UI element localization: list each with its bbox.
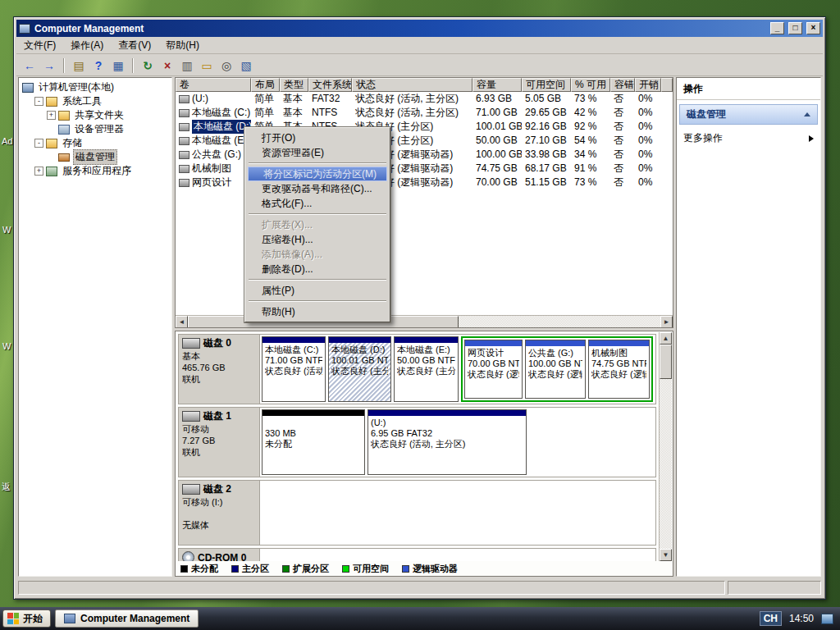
search-icon[interactable]: ◎ xyxy=(217,57,235,74)
context-menu-item-4[interactable]: 更改驱动器号和路径(C)... xyxy=(247,181,388,196)
volume-col-header-1[interactable]: 布局 xyxy=(251,78,280,92)
close-button[interactable]: × xyxy=(806,22,820,34)
context-menu-item-12[interactable]: 属性(P) xyxy=(247,283,388,298)
desktop-icon-label[interactable]: W xyxy=(2,341,11,351)
vertical-scrollbar[interactable]: ▲ ▼ xyxy=(659,332,672,561)
partition-0-1[interactable]: 本地磁盘 (D:)100.01 GB NTFS状态良好 (主分区) xyxy=(328,336,391,402)
disk-label[interactable]: 磁盘 2可移动 (I:) 无媒体 xyxy=(179,481,260,545)
context-menu-item-5[interactable]: 格式化(F)... xyxy=(247,196,388,211)
disk-label[interactable]: 磁盘 0基本465.76 GB联机 xyxy=(179,335,260,404)
volume-col-header-2[interactable]: 类型 xyxy=(280,78,308,92)
open-folder-icon[interactable]: ▭ xyxy=(198,57,216,74)
partition-area xyxy=(260,549,655,561)
volume-col-header-7[interactable]: % 可用 xyxy=(571,78,610,92)
menu-item-3[interactable]: 帮助(H) xyxy=(158,37,207,54)
context-menu-item-14[interactable]: 帮助(H) xyxy=(247,304,388,319)
console-window-icon[interactable]: ▦ xyxy=(109,57,127,74)
partition-stripe xyxy=(465,340,522,346)
back-icon[interactable]: ← xyxy=(21,57,39,74)
partition-0-2[interactable]: 本地磁盘 (E:)50.00 GB NTFS状态良好 (主分区) xyxy=(394,336,459,402)
scroll-left-icon[interactable]: ◄ xyxy=(176,316,188,328)
disk-management-section-header[interactable]: 磁盘管理 xyxy=(679,104,818,125)
partition-lines: 本地磁盘 (E:)50.00 GB NTFS状态良好 (主分区) xyxy=(395,343,458,401)
help-icon[interactable]: ? xyxy=(89,57,107,74)
disk-viewport: 磁盘 0基本465.76 GB联机本地磁盘 (C:)71.00 GB NTFS状… xyxy=(176,332,658,561)
tree-item-5[interactable]: 磁盘管理 xyxy=(19,150,171,164)
volume-cell: 68.17 GB xyxy=(522,162,571,176)
partition-lines: 本地磁盘 (C:)71.00 GB NTFS状态良好 (活动, 主分区) xyxy=(262,343,325,401)
scroll-down-icon[interactable]: ▼ xyxy=(660,549,672,561)
volume-row-1[interactable]: 本地磁盘 (C:)简单基本NTFS状态良好 (活动, 主分区)71.00 GB2… xyxy=(176,106,673,120)
context-menu-item-9[interactable]: 添加镜像(A)... xyxy=(247,247,388,262)
clock[interactable]: 14:50 xyxy=(789,613,814,624)
context-menu-item-1[interactable]: 资源管理器(E) xyxy=(247,145,388,160)
tree-item-6[interactable]: +服务和应用程序 xyxy=(19,164,171,178)
volume-col-header-6[interactable]: 可用空间 xyxy=(522,78,571,92)
context-menu-item-8[interactable]: 压缩卷(H)... xyxy=(247,232,388,247)
volume-icon xyxy=(179,151,189,159)
volume-col-header-3[interactable]: 文件系统 xyxy=(308,78,352,92)
maximize-button[interactable]: □ xyxy=(788,22,802,34)
menu-item-0[interactable]: 文件(F) xyxy=(16,37,63,54)
language-indicator[interactable]: CH xyxy=(760,611,782,626)
hscrollbar-track[interactable] xyxy=(459,316,660,327)
disk-label[interactable]: 磁盘 1可移动7.27 GB联机 xyxy=(179,408,260,477)
volume-col-header-5[interactable]: 容量 xyxy=(472,78,522,92)
desktop-icon-label[interactable]: W xyxy=(2,225,11,235)
tray-icon[interactable] xyxy=(821,614,833,624)
context-menu-item-3[interactable]: 将分区标记为活动分区(M) xyxy=(248,167,387,181)
tree-item-1[interactable]: -系统工具 xyxy=(19,94,171,108)
title-bar[interactable]: Computer Management _ □ × xyxy=(16,20,823,37)
tree-item-2[interactable]: +共享文件夹 xyxy=(19,108,171,122)
more-actions-item[interactable]: 更多操作 xyxy=(677,125,820,152)
partition-0-5[interactable]: 机械制图74.75 GB NTFS状态良好 (逻辑驱动器) xyxy=(588,340,650,399)
expand-icon[interactable]: + xyxy=(47,111,56,120)
actions-title: 操作 xyxy=(677,78,820,100)
partition-line: 状态良好 (逻辑驱动器) xyxy=(468,369,519,380)
context-menu-item-0[interactable]: 打开(O) xyxy=(247,130,388,145)
partition-0-0[interactable]: 本地磁盘 (C:)71.00 GB NTFS状态良好 (活动, 主分区) xyxy=(262,336,326,402)
vscrollbar-track[interactable] xyxy=(660,379,672,549)
partition-0-3[interactable]: 网页设计70.00 GB NTFS状态良好 (逻辑驱动器) xyxy=(464,340,523,399)
volume-row-0[interactable]: (U:)简单基本FAT32状态良好 (活动, 主分区)6.93 GB5.05 G… xyxy=(176,92,673,106)
partition-line: 330 MB xyxy=(265,428,362,439)
chart-icon[interactable]: ▧ xyxy=(237,57,255,74)
collapse-icon[interactable]: - xyxy=(34,97,43,106)
scroll-right-icon[interactable]: ► xyxy=(660,316,673,328)
collapse-icon[interactable]: - xyxy=(34,139,43,148)
hard-disk-icon xyxy=(182,411,200,422)
export-list-icon[interactable]: ▤ xyxy=(70,57,88,74)
menu-item-1[interactable]: 操作(A) xyxy=(63,37,111,54)
scroll-up-icon[interactable]: ▲ xyxy=(660,332,672,345)
minimize-button[interactable]: _ xyxy=(770,22,784,34)
volume-cell: 73 % xyxy=(571,176,610,189)
tree-item-3[interactable]: 设备管理器 xyxy=(19,122,171,136)
volume-col-header-8[interactable]: 容错 xyxy=(610,78,635,92)
tree-item-4[interactable]: -存储 xyxy=(19,136,171,150)
legend-label: 未分配 xyxy=(191,563,218,575)
context-menu-item-10[interactable]: 删除卷(D)... xyxy=(247,262,388,276)
partition-1-1[interactable]: (U:)6.95 GB FAT32状态良好 (活动, 主分区) xyxy=(368,409,527,475)
refresh-icon[interactable]: ↻ xyxy=(139,57,157,74)
partition-1-0[interactable]: 330 MB未分配 xyxy=(262,409,365,475)
volume-col-header-4[interactable]: 状态 xyxy=(352,78,472,92)
partition-0-4[interactable]: 公共盘 (G:)100.00 GB NTFS状态良好 (逻辑驱动器) xyxy=(525,340,586,399)
menu-item-2[interactable]: 查看(V) xyxy=(111,37,158,54)
start-label: 开始 xyxy=(23,612,43,626)
disk-label[interactable]: CD-ROM 0 xyxy=(179,549,260,561)
volume-col-header-0[interactable]: 卷 xyxy=(176,78,251,92)
taskbar-task-button[interactable]: Computer Management xyxy=(55,609,199,628)
desktop-icon-label[interactable]: Ad xyxy=(2,136,12,146)
vscrollbar-thumb[interactable] xyxy=(660,345,672,379)
start-button[interactable]: 开始 xyxy=(2,609,51,628)
hard-disk-icon xyxy=(182,484,200,495)
volume-cell: 否 xyxy=(610,148,635,162)
context-menu-item-7[interactable]: 扩展卷(X)... xyxy=(247,217,388,232)
expand-icon[interactable]: + xyxy=(34,167,43,176)
tree-item-0[interactable]: 计算机管理(本地) xyxy=(19,80,171,94)
properties-icon[interactable]: ▥ xyxy=(178,57,196,74)
desktop-icon-label[interactable]: 返 xyxy=(2,481,11,493)
delete-icon[interactable]: × xyxy=(158,57,176,74)
forward-icon[interactable]: → xyxy=(40,57,58,74)
volume-col-header-9[interactable]: 开销 xyxy=(635,78,661,92)
